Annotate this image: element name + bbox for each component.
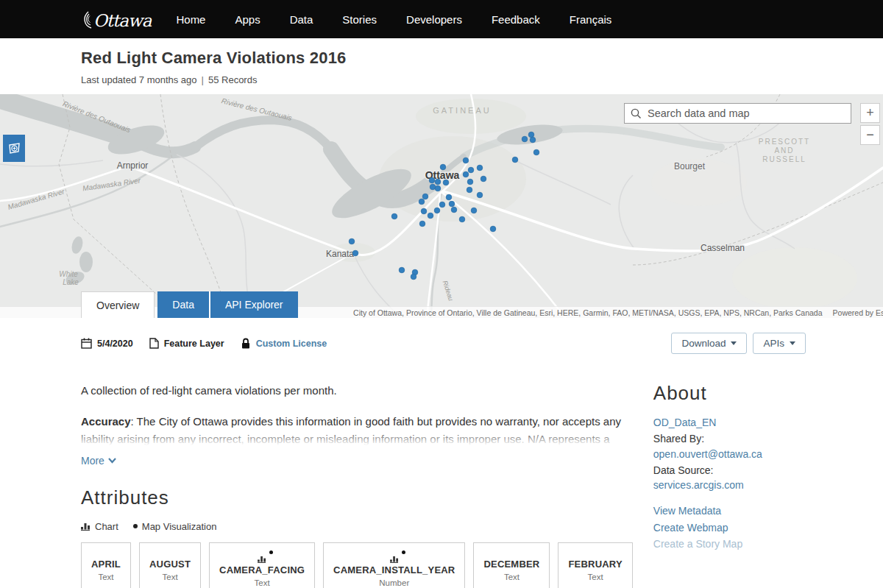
logo-text: Ottawa <box>93 13 151 29</box>
powered-by-esri-link[interactable]: Powered by Esri <box>833 308 883 317</box>
violation-point[interactable] <box>467 187 472 193</box>
more-link[interactable]: More <box>81 455 116 467</box>
violation-point[interactable] <box>391 213 397 219</box>
create-a-story-map-link[interactable]: Create a Story Map <box>653 536 806 551</box>
map-plus-icon <box>7 141 21 155</box>
caret-down-icon <box>731 341 737 345</box>
attribute-card-august[interactable]: AUGUSTText <box>139 542 201 588</box>
map-label-gatineau: GATINEAU <box>433 106 491 115</box>
violation-point[interactable] <box>477 192 483 198</box>
violation-point[interactable] <box>459 216 465 222</box>
violation-point[interactable] <box>530 137 536 143</box>
violation-point[interactable] <box>430 184 436 190</box>
nav-menu: HomeAppsDataStoriesDevelopersFeedbackFra… <box>161 6 626 33</box>
violation-point[interactable] <box>440 164 446 170</box>
map-label-and: AND <box>774 146 794 155</box>
map-label-russell: RUSSELL <box>762 155 806 163</box>
meta-row: 5/4/2020 Feature Layer Custom License Do… <box>81 333 806 354</box>
tab-overview[interactable]: Overview <box>81 291 155 318</box>
nav-item-data[interactable]: Data <box>275 6 328 33</box>
violation-point[interactable] <box>490 226 496 232</box>
custom-license-link[interactable]: Custom License <box>256 339 327 349</box>
nav-item-stories[interactable]: Stories <box>327 6 391 33</box>
last-updated-text: Last updated 7 months ago <box>81 74 197 85</box>
violation-point[interactable] <box>512 157 518 163</box>
top-navbar: Ottawa HomeAppsDataStoriesDevelopersFeed… <box>0 0 883 38</box>
violation-point[interactable] <box>468 167 474 173</box>
attribute-card-april[interactable]: APRILText <box>81 542 131 588</box>
records-count: 55 Records <box>208 74 257 85</box>
map-label-casselman: Casselman <box>701 243 745 253</box>
attribute-card-camera-install-year[interactable]: CAMERA_INSTALL_YEARNumber <box>323 542 465 588</box>
expand-map-button[interactable] <box>3 135 25 162</box>
search-input[interactable] <box>648 107 845 119</box>
nav-item-fran-ais[interactable]: Français <box>555 6 627 33</box>
tab-data[interactable]: Data <box>157 291 210 318</box>
attribute-card-february[interactable]: FEBRUARYText <box>558 542 632 588</box>
violation-point[interactable] <box>467 179 473 185</box>
page-title: Red Light Camera Violations 2016 <box>81 49 883 68</box>
violation-point[interactable] <box>463 157 469 163</box>
card-name: APRIL <box>91 559 121 570</box>
violation-point[interactable] <box>533 149 539 155</box>
map-canvas[interactable]: GATINEAUOttawaArnpriorKanataBourgetCasse… <box>0 94 883 318</box>
about-sidebar: About OD_Data_EN Shared By: open.ouvert@… <box>653 382 806 588</box>
description-column: A collection of red-light camera violati… <box>81 382 633 588</box>
dataset-link[interactable]: OD_Data_EN <box>653 417 717 428</box>
zoom-in-button[interactable]: + <box>860 103 880 123</box>
violation-point[interactable] <box>352 250 358 256</box>
subtitle: Last updated 7 months ago|55 Records <box>81 74 883 85</box>
violation-point[interactable] <box>421 208 427 214</box>
violation-point[interactable] <box>528 132 534 138</box>
violation-point[interactable] <box>419 221 425 227</box>
violation-point[interactable] <box>451 207 457 213</box>
attribute-card-camera-facing[interactable]: CAMERA_FACINGText <box>209 542 315 588</box>
violation-point[interactable] <box>480 176 486 182</box>
file-icon <box>149 338 159 349</box>
violation-point[interactable] <box>429 177 435 183</box>
violation-point[interactable] <box>446 194 452 200</box>
accuracy-text: : The City of Ottawa provides this infor… <box>81 415 621 444</box>
map-search-box <box>624 103 851 124</box>
attribute-card-december[interactable]: DECEMBERText <box>473 542 550 588</box>
shared-by-line: Shared By: open.ouvert@ottawa.ca <box>653 431 806 461</box>
search-icon <box>631 108 642 119</box>
violation-point[interactable] <box>419 199 425 205</box>
violation-point[interactable] <box>349 238 355 244</box>
violation-point[interactable] <box>434 208 440 213</box>
violation-point[interactable] <box>422 194 428 199</box>
violation-point[interactable] <box>435 185 441 191</box>
nav-item-home[interactable]: Home <box>161 6 220 33</box>
violation-point[interactable] <box>477 165 483 171</box>
chevron-down-icon <box>108 458 116 464</box>
card-name: CAMERA_FACING <box>219 564 305 575</box>
violation-point[interactable] <box>435 179 441 185</box>
violation-point[interactable] <box>428 213 433 219</box>
violation-point[interactable] <box>449 201 455 207</box>
map-viz-dot-icon <box>402 550 405 554</box>
violation-point[interactable] <box>522 136 528 142</box>
lock-icon <box>241 338 251 349</box>
nav-item-apps[interactable]: Apps <box>220 6 274 33</box>
zoom-out-button[interactable]: − <box>860 125 880 145</box>
tab-api-explorer[interactable]: API Explorer <box>210 291 298 318</box>
caret-down-icon <box>790 341 795 345</box>
card-type: Text <box>255 578 270 587</box>
violation-point[interactable] <box>471 208 477 213</box>
download-button[interactable]: Download <box>671 333 747 354</box>
view-metadata-link[interactable]: View Metadata <box>653 503 806 518</box>
violation-point[interactable] <box>439 202 445 208</box>
card-type: Text <box>504 573 519 581</box>
create-webmap-link[interactable]: Create Webmap <box>653 520 806 535</box>
violation-point[interactable] <box>443 180 449 185</box>
violation-point[interactable] <box>399 267 405 273</box>
nav-item-feedback[interactable]: Feedback <box>477 6 555 33</box>
data-source-link[interactable]: services.arcgis.com <box>653 479 744 491</box>
violation-point[interactable] <box>411 274 416 280</box>
nav-item-developers[interactable]: Developers <box>391 6 477 33</box>
shared-by-link[interactable]: open.ouvert@ottawa.ca <box>653 448 762 460</box>
ottawa-logo[interactable]: Ottawa <box>81 10 151 29</box>
violation-point[interactable] <box>463 171 469 177</box>
apis-button[interactable]: APIs <box>753 333 806 354</box>
map-label-lake: Lake <box>63 278 79 286</box>
